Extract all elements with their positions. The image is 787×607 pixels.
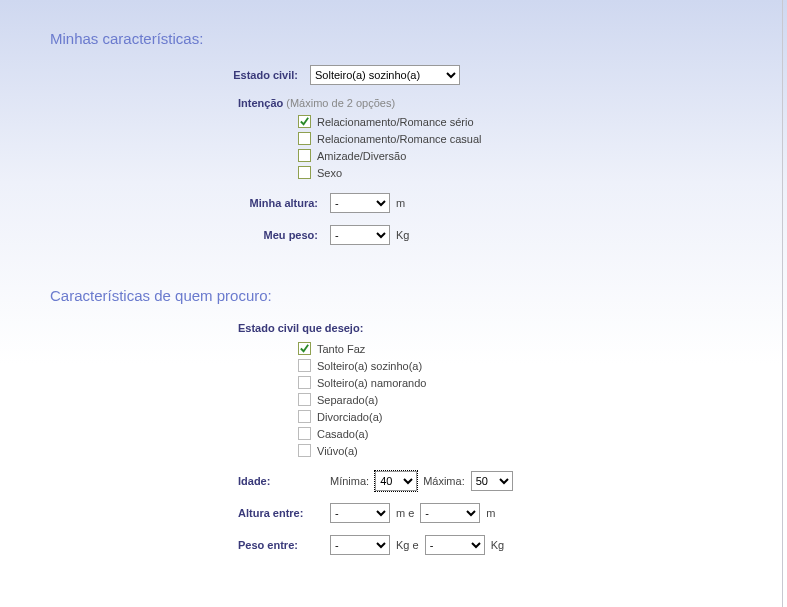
checkbox-label: Relacionamento/Romance sério bbox=[317, 116, 474, 128]
select-altura-min[interactable]: - bbox=[330, 503, 390, 523]
unit-peso-kg: Kg bbox=[491, 539, 504, 551]
row-peso-entre: Peso entre: - Kg e - Kg bbox=[50, 535, 787, 555]
label-peso-entre: Peso entre: bbox=[50, 539, 330, 551]
ecd-option-5: Casado(a) bbox=[298, 427, 787, 440]
ecd-option-2: Solteiro(a) namorando bbox=[298, 376, 787, 389]
ecd-option-6: Viúvo(a) bbox=[298, 444, 787, 457]
checkbox-solteiro-sozinho[interactable] bbox=[298, 359, 311, 372]
select-idade-maxima[interactable]: 50 bbox=[471, 471, 513, 491]
hint-intencao: (Máximo de 2 opções) bbox=[286, 97, 395, 109]
label-idade-minima: Mínima: bbox=[330, 475, 369, 487]
label-minha-altura: Minha altura: bbox=[50, 197, 330, 209]
intencao-option-2: Amizade/Diversão bbox=[298, 149, 787, 162]
row-idade: Idade: Mínima: 40 Máxima: 50 bbox=[50, 471, 787, 491]
unit-kg: Kg bbox=[396, 229, 409, 241]
checkbox-label: Amizade/Diversão bbox=[317, 150, 406, 162]
section-title-seeking: Características de quem procuro: bbox=[50, 287, 787, 304]
select-peso-min[interactable]: - bbox=[330, 535, 390, 555]
row-estado-civil: Estado civil: Solteiro(a) sozinho(a) bbox=[50, 65, 787, 85]
label-meu-peso: Meu peso: bbox=[50, 229, 330, 241]
checkbox-casado[interactable] bbox=[298, 427, 311, 440]
row-intencao-label: Intenção (Máximo de 2 opções) bbox=[238, 97, 787, 109]
ecd-option-3: Separado(a) bbox=[298, 393, 787, 406]
checkbox-label: Solteiro(a) namorando bbox=[317, 377, 426, 389]
label-idade-maxima: Máxima: bbox=[423, 475, 465, 487]
checkbox-solteiro-namorando[interactable] bbox=[298, 376, 311, 389]
checkbox-intencao-serio[interactable] bbox=[298, 115, 311, 128]
checkbox-viuvo[interactable] bbox=[298, 444, 311, 457]
checkbox-label: Divorciado(a) bbox=[317, 411, 382, 423]
intencao-option-0: Relacionamento/Romance sério bbox=[298, 115, 787, 128]
select-minha-altura[interactable]: - bbox=[330, 193, 390, 213]
unit-m: m bbox=[396, 197, 405, 209]
label-estado-civil: Estado civil: bbox=[50, 69, 310, 81]
select-peso-max[interactable]: - bbox=[425, 535, 485, 555]
checkbox-label: Casado(a) bbox=[317, 428, 368, 440]
form-content: Minhas características: Estado civil: So… bbox=[0, 0, 787, 555]
select-estado-civil[interactable]: Solteiro(a) sozinho(a) bbox=[310, 65, 460, 85]
row-meu-peso: Meu peso: - Kg bbox=[50, 225, 787, 245]
checkbox-label: Tanto Faz bbox=[317, 343, 365, 355]
checkbox-intencao-casual[interactable] bbox=[298, 132, 311, 145]
checkbox-label: Sexo bbox=[317, 167, 342, 179]
checkbox-intencao-amizade[interactable] bbox=[298, 149, 311, 162]
ecd-option-0: Tanto Faz bbox=[298, 342, 787, 355]
label-intencao: Intenção bbox=[238, 97, 283, 109]
intencao-option-3: Sexo bbox=[298, 166, 787, 179]
select-altura-max[interactable]: - bbox=[420, 503, 480, 523]
row-altura-entre: Altura entre: - m e - m bbox=[50, 503, 787, 523]
checkbox-label: Separado(a) bbox=[317, 394, 378, 406]
checkbox-divorciado[interactable] bbox=[298, 410, 311, 423]
conj-altura: m e bbox=[396, 507, 414, 519]
checkbox-tanto-faz[interactable] bbox=[298, 342, 311, 355]
select-idade-minima[interactable]: 40 bbox=[375, 471, 417, 491]
row-minha-altura: Minha altura: - m bbox=[50, 193, 787, 213]
checkbox-separado[interactable] bbox=[298, 393, 311, 406]
page-border bbox=[782, 0, 783, 607]
checkbox-label: Viúvo(a) bbox=[317, 445, 358, 457]
label-altura-entre: Altura entre: bbox=[50, 507, 330, 519]
unit-altura-m: m bbox=[486, 507, 495, 519]
select-meu-peso[interactable]: - bbox=[330, 225, 390, 245]
intencao-option-1: Relacionamento/Romance casual bbox=[298, 132, 787, 145]
estado-civil-desejo-options: Tanto Faz Solteiro(a) sozinho(a) Solteir… bbox=[298, 342, 787, 457]
ecd-option-4: Divorciado(a) bbox=[298, 410, 787, 423]
checkbox-label: Relacionamento/Romance casual bbox=[317, 133, 481, 145]
label-idade: Idade: bbox=[50, 475, 280, 487]
checkbox-intencao-sexo[interactable] bbox=[298, 166, 311, 179]
conj-peso: Kg e bbox=[396, 539, 419, 551]
label-estado-civil-desejo: Estado civil que desejo: bbox=[238, 322, 787, 334]
checkbox-label: Solteiro(a) sozinho(a) bbox=[317, 360, 422, 372]
intencao-options: Relacionamento/Romance sério Relacioname… bbox=[298, 115, 787, 179]
ecd-option-1: Solteiro(a) sozinho(a) bbox=[298, 359, 787, 372]
section-title-my-characteristics: Minhas características: bbox=[50, 30, 787, 47]
